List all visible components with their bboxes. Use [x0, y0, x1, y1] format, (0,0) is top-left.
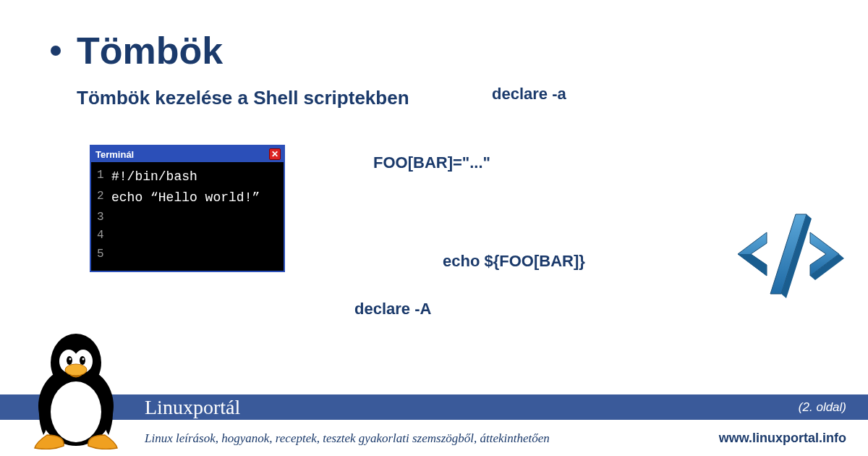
code-snippet-assign: FOO[BAR]="..."	[373, 153, 490, 172]
svg-point-2	[51, 381, 101, 442]
footer-page: (2. oldal)	[799, 400, 846, 415]
line-number: 3	[97, 208, 111, 227]
code-snippet-declare-A: declare -A	[354, 300, 431, 318]
svg-point-7	[69, 358, 72, 360]
footer: Linuxportál (2. oldal) Linux leírások, h…	[0, 394, 868, 456]
terminal-line: 5	[97, 245, 278, 264]
footer-tagline: Linux leírások, hogyanok, receptek, tesz…	[145, 431, 550, 446]
code-snippet-echo: echo ${FOO[BAR]}	[443, 252, 585, 271]
footer-brand: Linuxportál	[145, 396, 240, 419]
page-subtitle: Tömbök kezelése a Shell scriptekben	[77, 87, 825, 109]
code-bracket-icon	[731, 207, 846, 304]
line-number: 1	[97, 166, 111, 187]
terminal-window: Terminál ✕ 1 #!/bin/bash 2 echo “Hello w…	[90, 145, 285, 272]
svg-point-8	[82, 358, 85, 360]
code-snippet-declare-a: declare -a	[492, 85, 566, 104]
tux-penguin-icon	[22, 326, 130, 452]
line-code: echo “Hello world!”	[111, 187, 260, 208]
terminal-line: 3	[97, 208, 278, 227]
bullet-icon	[51, 46, 61, 56]
svg-point-6	[80, 356, 85, 365]
footer-sub: Linux leírások, hogyanok, receptek, tesz…	[0, 420, 868, 456]
line-number: 5	[97, 245, 111, 264]
svg-point-9	[65, 364, 87, 376]
footer-url: www.linuxportal.info	[719, 431, 846, 446]
line-code: #!/bin/bash	[111, 166, 197, 187]
title-row: Tömbök	[43, 29, 825, 72]
line-number: 2	[97, 187, 111, 208]
footer-bar: Linuxportál (2. oldal)	[0, 394, 868, 420]
terminal-titlebar: Terminál ✕	[91, 146, 284, 162]
terminal-title: Terminál	[95, 149, 134, 160]
content-area: Tömbök Tömbök kezelése a Shell scriptekb…	[0, 0, 868, 376]
svg-point-5	[67, 356, 72, 365]
close-icon[interactable]: ✕	[269, 148, 281, 160]
terminal-line: 1 #!/bin/bash	[97, 166, 278, 187]
line-number: 4	[97, 227, 111, 245]
terminal-line: 2 echo “Hello world!”	[97, 187, 278, 208]
page-title: Tömbök	[77, 29, 223, 72]
terminal-line: 4	[97, 227, 278, 245]
terminal-body: 1 #!/bin/bash 2 echo “Hello world!” 3 4 …	[91, 162, 284, 271]
